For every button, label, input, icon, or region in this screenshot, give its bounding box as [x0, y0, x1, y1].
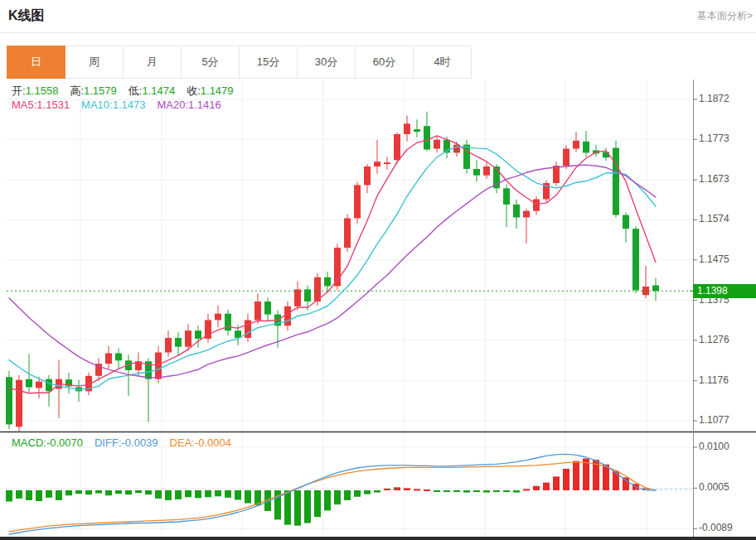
candle-body	[553, 166, 560, 183]
macd-bar	[225, 490, 231, 498]
macd-bar	[56, 490, 62, 500]
macd-bar	[95, 490, 102, 494]
candle-body	[583, 142, 589, 153]
candle-body	[364, 166, 371, 185]
legend-value: 1.1473	[113, 99, 146, 111]
macd-bar	[404, 488, 410, 490]
macd-bar	[145, 490, 152, 494]
candle-body	[284, 306, 291, 325]
candle-body	[434, 140, 440, 149]
y-axis-label: 1.1276	[699, 334, 729, 345]
macd-bar	[463, 490, 470, 493]
macd-bar	[543, 483, 550, 490]
macd-bar	[384, 489, 390, 490]
candle-body	[264, 301, 271, 315]
candle-body	[16, 380, 22, 427]
candle-body	[215, 314, 221, 321]
legend-label: DIFF:	[94, 436, 122, 449]
candle-body	[254, 301, 261, 320]
macd-bar	[105, 490, 112, 495]
candle-body	[195, 330, 201, 339]
kline-chart-canvas[interactable]	[0, 0, 756, 540]
macd-bar	[324, 490, 331, 510]
y-axis-label: 1.1773	[699, 133, 729, 144]
candle-body	[155, 353, 162, 379]
legend-label: MA20:	[157, 99, 188, 111]
macd-bar	[424, 489, 430, 491]
macd-bar	[165, 490, 172, 500]
y-axis-label: 1.1077	[699, 414, 729, 426]
candle-body	[463, 145, 470, 169]
candle-body	[6, 377, 12, 424]
legend-value: 1.1558	[26, 84, 59, 97]
y-axis-label: 0.0005	[699, 481, 729, 493]
macd-bar	[46, 490, 52, 498]
macd-bar	[483, 490, 490, 493]
macd-bar	[185, 490, 191, 497]
kline-page: K线图 基本面分析> 日周月5分15分30分60分4时 开:1.1558高:1.…	[0, 0, 756, 540]
candle-body	[36, 382, 42, 388]
macd-bar	[115, 490, 122, 494]
macd-bar	[235, 490, 241, 499]
y-axis-label: 1.1176	[699, 374, 729, 386]
macd-bar	[443, 490, 450, 492]
macd-bar	[623, 477, 629, 490]
ma10-line	[9, 147, 656, 389]
legend-value: 1.1479	[201, 84, 234, 97]
candle-body	[344, 218, 351, 248]
macd-bar	[155, 490, 162, 499]
macd-bar	[523, 489, 530, 490]
candle-body	[503, 188, 510, 205]
legend-label: 高:	[70, 84, 84, 97]
macd-bar	[414, 489, 420, 490]
candle-body	[414, 129, 420, 132]
macd-bar	[513, 490, 520, 493]
macd-bar	[563, 469, 569, 490]
candle-body	[324, 277, 331, 287]
macd-bar	[284, 490, 291, 525]
legend-value: -0.0004	[195, 436, 231, 449]
macd-bar	[125, 490, 132, 494]
macd-bar	[304, 490, 311, 523]
macd-bar	[65, 490, 72, 495]
candle-body	[294, 289, 301, 306]
macd-bar	[453, 490, 460, 492]
candle-body	[105, 353, 112, 364]
macd-bar	[195, 490, 201, 498]
legend-value: 1.1531	[36, 99, 70, 111]
candle-body	[46, 379, 52, 392]
y-axis-label: 1.1475	[699, 253, 729, 265]
dea-line	[9, 462, 656, 532]
candle-body	[165, 338, 172, 353]
legend-value: -0.0039	[121, 436, 158, 449]
candle-body	[523, 211, 530, 218]
candle-body	[483, 166, 490, 176]
candle-body	[424, 126, 430, 149]
ma-legend: MA5:1.1531MA10:1.1473MA20:1.1416	[12, 99, 233, 111]
legend-value: 1.1579	[84, 84, 117, 97]
ma20-line	[9, 165, 656, 378]
macd-bar	[354, 490, 361, 497]
legend-label: 开:	[12, 84, 26, 97]
legend-value: 1.1416	[188, 99, 221, 111]
candle-body	[632, 229, 639, 290]
candle-body	[623, 215, 629, 229]
macd-bar	[75, 490, 82, 494]
macd-bar	[364, 490, 371, 494]
macd-bar	[533, 486, 540, 490]
macd-bar	[434, 490, 440, 492]
legend-label: 收:	[187, 84, 201, 97]
legend-value: 1.1474	[142, 84, 175, 97]
y-axis-label: 1.1574	[699, 213, 729, 224]
macd-bar	[205, 490, 211, 497]
macd-bar	[473, 490, 480, 492]
ohlc-legend: 开:1.1558高:1.1579低:1.1474收:1.1479	[12, 84, 245, 99]
macd-bar	[573, 461, 579, 490]
legend-label: MACD:	[12, 436, 46, 449]
candle-body	[563, 149, 569, 166]
macd-bar	[394, 487, 400, 490]
candle-body	[404, 123, 410, 134]
macd-bar	[294, 490, 301, 526]
candle-body	[513, 205, 520, 218]
candle-body	[354, 185, 361, 218]
